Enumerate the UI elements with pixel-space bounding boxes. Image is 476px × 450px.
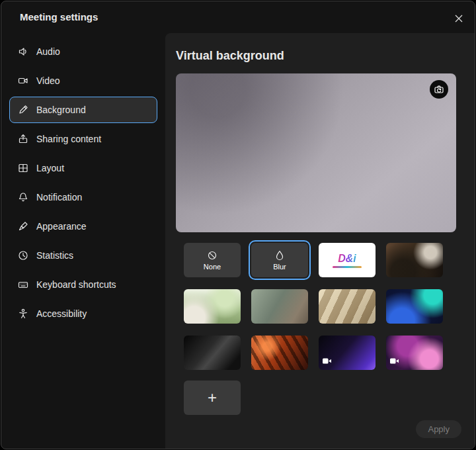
background-tile-dark-silk[interactable] [184, 336, 241, 370]
layout-grid-icon [17, 162, 29, 174]
video-camera-badge [323, 355, 331, 367]
background-tile-blur[interactable]: Blur [251, 243, 308, 277]
sidebar-item-layout[interactable]: Layout [9, 155, 157, 181]
background-tile-teal-abstract[interactable] [386, 289, 443, 324]
logo-text: D&i [338, 253, 356, 265]
tile-label: None [204, 263, 221, 271]
add-tile-row: + [184, 381, 464, 415]
background-tile-magenta-video[interactable] [386, 336, 443, 370]
sidebar-item-keyboard-shortcuts[interactable]: Keyboard shortcuts [9, 271, 157, 298]
pen-icon [17, 104, 29, 116]
add-background-button[interactable]: + [184, 381, 241, 415]
sidebar-item-sharing-content[interactable]: Sharing content [9, 126, 157, 152]
video-badge-icon [390, 358, 399, 364]
paintbrush-icon [17, 220, 29, 232]
sidebar-item-audio[interactable]: Audio [9, 38, 157, 65]
meeting-settings-dialog: Meeting settings Audio Video Background … [1, 1, 475, 449]
sidebar-item-video[interactable]: Video [9, 68, 157, 94]
background-tile-purple-video[interactable] [319, 336, 376, 370]
background-tile-grid: None Blur D&i [184, 243, 464, 370]
flip-camera-icon [433, 83, 445, 95]
logo-squiggle [333, 266, 362, 268]
share-icon [17, 133, 29, 145]
sidebar-item-label: Background [36, 105, 86, 115]
sidebar-item-label: Sharing content [36, 134, 101, 144]
sidebar-item-label: Notification [36, 192, 82, 202]
sidebar-item-statistics[interactable]: Statistics [9, 242, 157, 269]
background-tile-logo[interactable]: D&i [319, 243, 376, 277]
virtual-background-panel: Virtual background None Blur D&i [165, 33, 475, 449]
background-tile-living-room[interactable] [184, 289, 241, 324]
keyboard-icon [17, 279, 29, 291]
background-tile-office[interactable] [386, 243, 443, 277]
apply-button[interactable]: Apply [416, 420, 461, 438]
camera-icon [17, 75, 29, 87]
sidebar-item-background[interactable]: Background [9, 97, 157, 123]
none-icon [206, 249, 218, 261]
bell-icon [17, 191, 29, 203]
sidebar-item-notification[interactable]: Notification [9, 184, 157, 210]
blur-drop-icon [274, 249, 286, 261]
settings-sidebar: Audio Video Background Sharing content L… [1, 36, 165, 330]
sidebar-item-appearance[interactable]: Appearance [9, 213, 157, 240]
video-badge-icon [323, 358, 331, 364]
sidebar-item-label: Keyboard shortcuts [36, 279, 116, 290]
sidebar-item-label: Audio [36, 46, 60, 57]
speaker-icon [17, 46, 29, 58]
sidebar-item-label: Accessibility [36, 308, 87, 319]
video-camera-badge [390, 355, 399, 367]
close-button[interactable] [451, 11, 467, 26]
panel-heading: Virtual background [176, 49, 464, 63]
background-tile-none[interactable]: None [184, 243, 241, 277]
plus-icon: + [208, 390, 217, 406]
sidebar-item-label: Layout [36, 163, 64, 173]
sidebar-item-label: Appearance [36, 221, 87, 232]
flip-camera-button[interactable] [430, 80, 448, 99]
sidebar-item-accessibility[interactable]: Accessibility [9, 300, 157, 327]
close-icon [454, 14, 463, 23]
dialog-title: Meeting settings [20, 11, 98, 22]
background-tile-blurred-green[interactable] [251, 289, 308, 324]
background-tile-window-shadow[interactable] [319, 289, 376, 324]
camera-preview [176, 73, 456, 232]
sidebar-item-label: Video [36, 75, 60, 86]
accessibility-person-icon [17, 308, 29, 320]
background-tile-lava[interactable] [251, 336, 308, 370]
gauge-icon [17, 249, 29, 261]
tile-label: Blur [273, 263, 286, 271]
sidebar-item-label: Statistics [36, 250, 73, 261]
